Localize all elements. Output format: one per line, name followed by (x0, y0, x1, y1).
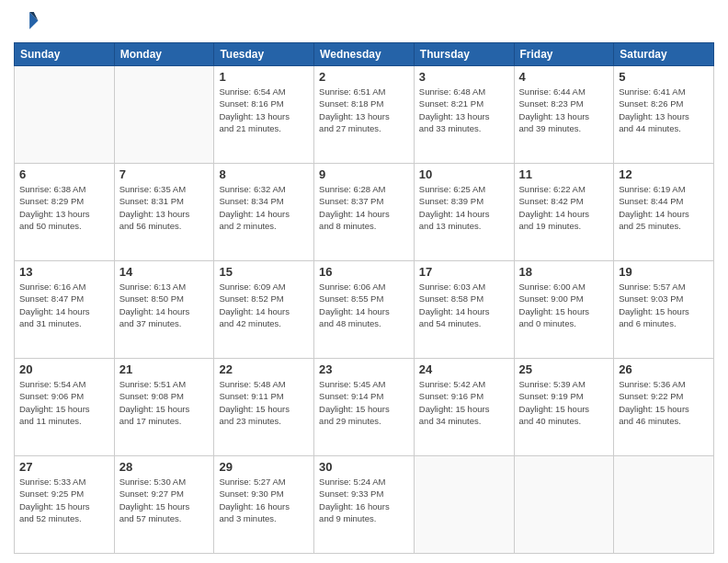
day-number: 2 (319, 70, 409, 84)
day-number: 4 (519, 70, 609, 84)
calendar-cell: 15Sunrise: 6:09 AM Sunset: 8:52 PM Dayli… (214, 261, 314, 359)
header (14, 9, 714, 35)
calendar-cell: 26Sunrise: 5:36 AM Sunset: 9:22 PM Dayli… (614, 359, 714, 456)
calendar-cell: 2Sunrise: 6:51 AM Sunset: 8:18 PM Daylig… (314, 66, 415, 164)
day-header-friday: Friday (514, 43, 614, 66)
day-number: 26 (619, 362, 709, 376)
calendar-cell: 21Sunrise: 5:51 AM Sunset: 9:08 PM Dayli… (114, 359, 214, 456)
day-number: 17 (419, 265, 509, 279)
calendar-cell: 4Sunrise: 6:44 AM Sunset: 8:23 PM Daylig… (514, 66, 614, 164)
calendar-cell: 8Sunrise: 6:32 AM Sunset: 8:34 PM Daylig… (214, 164, 314, 261)
day-info: Sunrise: 5:24 AM Sunset: 9:33 PM Dayligh… (319, 476, 409, 524)
day-header-monday: Monday (114, 43, 214, 66)
day-number: 5 (619, 70, 709, 84)
week-row-2: 6Sunrise: 6:38 AM Sunset: 8:29 PM Daylig… (15, 164, 714, 261)
day-info: Sunrise: 6:48 AM Sunset: 8:21 PM Dayligh… (419, 86, 509, 134)
day-number: 21 (119, 362, 210, 376)
day-info: Sunrise: 6:00 AM Sunset: 9:00 PM Dayligh… (519, 281, 609, 329)
calendar-cell (15, 66, 115, 164)
day-info: Sunrise: 6:25 AM Sunset: 8:39 PM Dayligh… (419, 183, 509, 232)
day-number: 9 (319, 167, 409, 181)
day-number: 29 (219, 460, 309, 474)
day-number: 6 (19, 167, 109, 181)
day-info: Sunrise: 6:09 AM Sunset: 8:52 PM Dayligh… (219, 281, 309, 329)
day-info: Sunrise: 5:54 AM Sunset: 9:06 PM Dayligh… (19, 378, 109, 427)
day-number: 15 (219, 265, 309, 279)
day-info: Sunrise: 5:48 AM Sunset: 9:11 PM Dayligh… (219, 378, 309, 427)
day-header-wednesday: Wednesday (314, 43, 415, 66)
day-number: 14 (119, 265, 210, 279)
calendar-cell: 10Sunrise: 6:25 AM Sunset: 8:39 PM Dayli… (414, 164, 514, 261)
week-row-5: 27Sunrise: 5:33 AM Sunset: 9:25 PM Dayli… (15, 456, 714, 554)
calendar-cell: 29Sunrise: 5:27 AM Sunset: 9:30 PM Dayli… (214, 456, 314, 554)
day-number: 20 (19, 362, 109, 376)
day-info: Sunrise: 5:33 AM Sunset: 9:25 PM Dayligh… (19, 476, 109, 524)
day-info: Sunrise: 6:35 AM Sunset: 8:31 PM Dayligh… (119, 183, 210, 232)
day-info: Sunrise: 5:42 AM Sunset: 9:16 PM Dayligh… (419, 378, 509, 427)
day-info: Sunrise: 6:03 AM Sunset: 8:58 PM Dayligh… (419, 281, 509, 329)
logo (14, 9, 43, 35)
calendar-cell: 7Sunrise: 6:35 AM Sunset: 8:31 PM Daylig… (114, 164, 214, 261)
day-info: Sunrise: 5:57 AM Sunset: 9:03 PM Dayligh… (619, 281, 709, 329)
day-header-saturday: Saturday (614, 43, 714, 66)
day-number: 3 (419, 70, 509, 84)
day-number: 25 (519, 362, 609, 376)
day-info: Sunrise: 5:51 AM Sunset: 9:08 PM Dayligh… (119, 378, 210, 427)
day-info: Sunrise: 6:44 AM Sunset: 8:23 PM Dayligh… (519, 86, 609, 134)
calendar-cell: 19Sunrise: 5:57 AM Sunset: 9:03 PM Dayli… (614, 261, 714, 359)
calendar-cell: 1Sunrise: 6:54 AM Sunset: 8:16 PM Daylig… (214, 66, 314, 164)
day-header-tuesday: Tuesday (214, 43, 314, 66)
calendar-cell: 22Sunrise: 5:48 AM Sunset: 9:11 PM Dayli… (214, 359, 314, 456)
day-info: Sunrise: 6:13 AM Sunset: 8:50 PM Dayligh… (119, 281, 210, 329)
day-number: 13 (19, 265, 109, 279)
calendar-cell (614, 456, 714, 554)
day-info: Sunrise: 6:22 AM Sunset: 8:42 PM Dayligh… (519, 183, 609, 232)
day-number: 12 (619, 167, 709, 181)
calendar-cell (114, 66, 214, 164)
day-info: Sunrise: 5:39 AM Sunset: 9:19 PM Dayligh… (519, 378, 609, 427)
calendar-cell: 23Sunrise: 5:45 AM Sunset: 9:14 PM Dayli… (314, 359, 415, 456)
day-number: 16 (319, 265, 409, 279)
day-info: Sunrise: 6:51 AM Sunset: 8:18 PM Dayligh… (319, 86, 409, 134)
logo-icon (14, 9, 40, 35)
day-number: 30 (319, 460, 409, 474)
calendar-cell: 13Sunrise: 6:16 AM Sunset: 8:47 PM Dayli… (15, 261, 115, 359)
day-number: 11 (519, 167, 609, 181)
page: SundayMondayTuesdayWednesdayThursdayFrid… (0, 0, 728, 563)
day-number: 23 (319, 362, 409, 376)
day-info: Sunrise: 5:36 AM Sunset: 9:22 PM Dayligh… (619, 378, 709, 427)
day-number: 7 (119, 167, 210, 181)
day-number: 8 (219, 167, 309, 181)
day-number: 28 (119, 460, 210, 474)
day-info: Sunrise: 6:38 AM Sunset: 8:29 PM Dayligh… (19, 183, 109, 232)
calendar-cell: 27Sunrise: 5:33 AM Sunset: 9:25 PM Dayli… (15, 456, 115, 554)
calendar-cell: 24Sunrise: 5:42 AM Sunset: 9:16 PM Dayli… (414, 359, 514, 456)
calendar-cell: 12Sunrise: 6:19 AM Sunset: 8:44 PM Dayli… (614, 164, 714, 261)
calendar-cell: 5Sunrise: 6:41 AM Sunset: 8:26 PM Daylig… (614, 66, 714, 164)
day-info: Sunrise: 5:27 AM Sunset: 9:30 PM Dayligh… (219, 476, 309, 524)
day-info: Sunrise: 6:32 AM Sunset: 8:34 PM Dayligh… (219, 183, 309, 232)
calendar-cell (414, 456, 514, 554)
calendar-cell (514, 456, 614, 554)
day-number: 27 (19, 460, 109, 474)
calendar-cell: 14Sunrise: 6:13 AM Sunset: 8:50 PM Dayli… (114, 261, 214, 359)
calendar-cell: 9Sunrise: 6:28 AM Sunset: 8:37 PM Daylig… (314, 164, 415, 261)
calendar-cell: 18Sunrise: 6:00 AM Sunset: 9:00 PM Dayli… (514, 261, 614, 359)
day-info: Sunrise: 6:41 AM Sunset: 8:26 PM Dayligh… (619, 86, 709, 134)
calendar-cell: 25Sunrise: 5:39 AM Sunset: 9:19 PM Dayli… (514, 359, 614, 456)
day-number: 10 (419, 167, 509, 181)
day-number: 22 (219, 362, 309, 376)
day-number: 1 (219, 70, 309, 84)
week-row-3: 13Sunrise: 6:16 AM Sunset: 8:47 PM Dayli… (15, 261, 714, 359)
calendar-header-row: SundayMondayTuesdayWednesdayThursdayFrid… (15, 43, 714, 66)
calendar-cell: 30Sunrise: 5:24 AM Sunset: 9:33 PM Dayli… (314, 456, 415, 554)
day-header-sunday: Sunday (15, 43, 115, 66)
day-info: Sunrise: 6:28 AM Sunset: 8:37 PM Dayligh… (319, 183, 409, 232)
day-header-thursday: Thursday (414, 43, 514, 66)
calendar-cell: 3Sunrise: 6:48 AM Sunset: 8:21 PM Daylig… (414, 66, 514, 164)
day-info: Sunrise: 6:06 AM Sunset: 8:55 PM Dayligh… (319, 281, 409, 329)
calendar-cell: 28Sunrise: 5:30 AM Sunset: 9:27 PM Dayli… (114, 456, 214, 554)
day-info: Sunrise: 6:19 AM Sunset: 8:44 PM Dayligh… (619, 183, 709, 232)
day-info: Sunrise: 5:30 AM Sunset: 9:27 PM Dayligh… (119, 476, 210, 524)
calendar-cell: 20Sunrise: 5:54 AM Sunset: 9:06 PM Dayli… (15, 359, 115, 456)
